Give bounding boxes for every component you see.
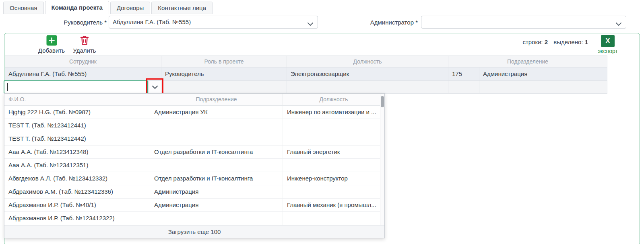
dropdown-scrollbar[interactable]	[380, 94, 384, 225]
list-item[interactable]: Абдрахманов И.Р. (Таб. №123412322)	[4, 212, 384, 225]
dropdown-cell-department	[150, 132, 283, 145]
selected-count-value: 1	[585, 39, 588, 45]
dropdown-cell-position: Инженер-конструктор	[283, 172, 384, 185]
tab-project-team[interactable]: Команда проекта	[45, 1, 109, 14]
dropdown-cell-fio: TEST T. (Таб. №123412442)	[4, 132, 150, 145]
dropdown-column-department: Подразделение	[150, 94, 283, 105]
list-item[interactable]: Ааа А.А. (Таб. №123412351)	[4, 159, 384, 172]
list-item[interactable]: Абдрахимов А.М. (Таб. №123412336) Админи…	[4, 185, 384, 199]
cell-code: 175	[448, 68, 479, 80]
add-button[interactable]: Добавить	[33, 35, 70, 54]
cell-code-empty	[448, 81, 479, 93]
excel-export-icon: X	[601, 35, 615, 47]
dropdown-cell-position	[283, 212, 384, 225]
dropdown-cell-department: Отдел разработки и IT-консалтинга	[150, 172, 283, 185]
dropdown-cell-fio: Ааа А.А. (Таб. №123412351)	[4, 159, 150, 172]
add-button-label: Добавить	[33, 47, 70, 54]
table-row[interactable]: Абдуллина Г.А. (Таб. №555) Руководитель …	[5, 67, 607, 80]
chevron-down-icon	[152, 84, 158, 90]
table-header: Сотрудник Роль в проекте Должность Подра…	[5, 55, 607, 67]
list-item[interactable]: Hjghjg 222 H.G. (Таб. №0987) Администрац…	[4, 106, 384, 119]
dropdown-cell-fio: Абвгдежов А.Л. (Таб. №123412332)	[4, 172, 150, 185]
delete-button-label: Удалить	[70, 47, 99, 54]
employee-dropdown-panel: Ф.И.О. Подразделение Должность Hjghjg 22…	[4, 93, 385, 238]
dropdown-cell-position: Инженер по автоматизации и ...	[283, 106, 384, 119]
rows-count-label: строки:	[522, 39, 543, 45]
dropdown-cell-department	[150, 159, 283, 172]
dropdown-cell-fio: Ааа А.А. (Таб. №123412348)	[4, 146, 150, 158]
delete-button[interactable]: Удалить	[70, 35, 99, 54]
list-item[interactable]: TEST T. (Таб. №123412441)	[4, 119, 384, 132]
dropdown-cell-department: Администрация	[150, 199, 283, 211]
dropdown-cell-position	[283, 185, 384, 198]
dropdown-cell-department	[150, 212, 283, 225]
dropdown-cell-department: Администрация	[150, 185, 283, 198]
list-item[interactable]: Абвгдежов А.Л. (Таб. №123412332) Отдел р…	[4, 172, 384, 185]
grid-counters: строки: 2 выделено: 1	[522, 39, 588, 45]
dropdown-cell-position	[283, 132, 384, 145]
employee-combo-input[interactable]	[4, 80, 148, 94]
tab-bar: Основная Команда проекта Договоры Контак…	[3, 1, 213, 14]
column-header-department[interactable]: Подразделение	[448, 56, 607, 67]
list-item[interactable]: Абдрахманов И.Р. (Таб. №40/1) Администра…	[4, 199, 384, 212]
employee-combo-dropdown-button[interactable]	[148, 81, 161, 93]
dropdown-cell-department: Администрация УК	[150, 106, 283, 119]
chevron-down-icon	[616, 21, 621, 27]
dropdown-header: Ф.И.О. Подразделение Должность	[4, 94, 384, 106]
manager-select-value: Абдуллина Г.А. (Таб. №555)	[109, 16, 318, 28]
dropdown-cell-fio: Абдрахимов А.М. (Таб. №123412336)	[4, 185, 150, 198]
cell-position: Электрогазосварщик	[287, 68, 448, 80]
column-header-role[interactable]: Роль в проекте	[161, 56, 287, 67]
cell-role-empty	[161, 81, 287, 93]
load-more-button[interactable]: Загрузить еще 100	[4, 225, 384, 238]
dropdown-cell-position	[283, 159, 384, 172]
dropdown-cell-fio: TEST T. (Таб. №123412441)	[4, 119, 150, 132]
tab-contracts[interactable]: Договоры	[110, 2, 150, 14]
cell-role: Руководитель	[161, 68, 287, 80]
column-header-position[interactable]: Должность	[287, 56, 448, 67]
dropdown-scrollbar-thumb[interactable]	[381, 96, 384, 107]
plus-icon	[33, 35, 70, 46]
dropdown-column-fio: Ф.И.О.	[4, 94, 150, 105]
trash-icon	[70, 35, 99, 46]
export-button[interactable]: X экспорт	[595, 35, 620, 54]
cell-employee: Абдуллина Г.А. (Таб. №555)	[5, 68, 161, 80]
dropdown-cell-position: Главный энергетик	[283, 146, 384, 158]
dropdown-cell-department: Отдел разработки и IT-консалтинга	[150, 146, 283, 158]
chevron-down-icon	[308, 21, 313, 27]
admin-label: Администратор *	[334, 16, 418, 29]
dropdown-column-position: Должность	[283, 94, 384, 105]
list-item[interactable]: TEST T. (Таб. №123412442)	[4, 132, 384, 146]
cell-department-empty	[479, 81, 607, 93]
column-header-employee[interactable]: Сотрудник	[5, 56, 161, 67]
dropdown-cell-department	[150, 119, 283, 132]
export-button-label: экспорт	[595, 48, 620, 54]
rows-count-value: 2	[545, 39, 548, 45]
tab-contacts[interactable]: Контактные лица	[151, 2, 213, 14]
manager-label: Руководитель *	[24, 16, 107, 29]
dropdown-cell-fio: Абдрахманов И.Р. (Таб. №123412322)	[4, 212, 150, 225]
cell-position-empty	[287, 81, 448, 93]
manager-select[interactable]: Абдуллина Г.А. (Таб. №555)	[109, 16, 318, 29]
list-item[interactable]: Ааа А.А. (Таб. №123412348) Отдел разрабо…	[4, 146, 384, 159]
selected-count-label: выделено:	[553, 39, 583, 45]
cell-department: Администрация	[479, 68, 607, 80]
dropdown-cell-fio: Hjghjg 222 H.G. (Таб. №0987)	[4, 106, 150, 119]
dropdown-cell-position	[283, 119, 384, 132]
dropdown-cell-fio: Абдрахманов И.Р. (Таб. №40/1)	[4, 199, 150, 211]
text-caret	[7, 83, 8, 91]
dropdown-cell-position: Главный механик (в промышл...	[283, 199, 384, 211]
tab-main[interactable]: Основная	[3, 2, 44, 14]
admin-select[interactable]	[421, 16, 626, 29]
